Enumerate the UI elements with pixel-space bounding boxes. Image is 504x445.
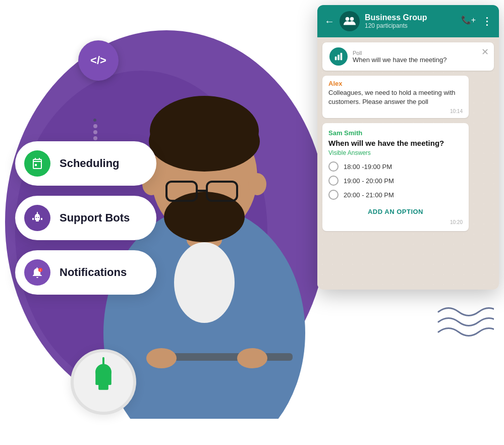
chat-window: ← Business Group 120 participants 📞+ ⋮	[317, 5, 499, 290]
svg-rect-23	[335, 57, 337, 60]
bot-icon	[74, 352, 133, 412]
alex-bubble: Alex Colleagues, we need to hold a meeti…	[322, 76, 469, 118]
back-button[interactable]: ←	[324, 16, 334, 27]
menu-icon[interactable]: ⋮	[482, 15, 492, 27]
header-action-icons: 📞+ ⋮	[461, 15, 492, 27]
poll-radio-2[interactable]	[328, 176, 339, 186]
feature-card-scheduling[interactable]: Scheduling	[15, 141, 156, 186]
poll-radio-1[interactable]	[328, 161, 339, 172]
svg-point-12	[248, 173, 266, 195]
notifications-icon-bg: !	[24, 259, 50, 286]
poll-icon	[329, 47, 348, 66]
alex-text: Colleagues, we need to hold a meeting wi…	[328, 88, 463, 106]
sam-sender: Sam Smith	[328, 129, 463, 137]
notifications-label: Notifications	[60, 266, 127, 279]
sam-poll-bubble: Sam Smith When will we have the meeting?…	[322, 123, 469, 231]
bot-circle	[71, 349, 136, 415]
chat-header-info: Business Group 120 participants	[365, 13, 456, 29]
poll-notification-text: Poll When will we have the meeting?	[353, 50, 487, 64]
group-avatar	[340, 11, 360, 31]
poll-option-2[interactable]: 19:00 - 20:00 PM	[328, 176, 463, 186]
poll-option-3-text: 20:00 - 21:00 PM	[344, 191, 394, 199]
scheduling-label: Scheduling	[60, 157, 120, 170]
wave-decoration	[433, 302, 494, 344]
alex-time: 10:14	[328, 108, 463, 114]
scheduling-icon	[31, 157, 44, 170]
notifications-icon: !	[31, 266, 44, 279]
feature-card-notifications[interactable]: ! Notifications	[15, 250, 156, 295]
svg-point-6	[149, 111, 260, 172]
call-icon[interactable]: 📞+	[461, 15, 476, 27]
poll-question: When will we have the meeting?	[328, 139, 463, 147]
poll-close-button[interactable]: ✕	[481, 46, 489, 58]
poll-label: Poll	[353, 50, 487, 56]
support-bots-icon	[31, 211, 44, 225]
svg-point-16	[237, 348, 267, 368]
poll-option-3[interactable]: 20:00 - 21:00 PM	[328, 190, 463, 200]
poll-option-1-text: 18:00 -19:00 PM	[344, 163, 392, 171]
poll-option-1[interactable]: 18:00 -19:00 PM	[328, 161, 463, 172]
svg-point-13	[174, 242, 235, 323]
scheduling-icon-bg	[24, 150, 50, 177]
svg-rect-24	[338, 54, 340, 60]
support-bots-icon-bg	[24, 205, 50, 231]
svg-text:!: !	[40, 269, 41, 272]
code-icon: </>	[90, 54, 106, 67]
message-alex: Alex Colleagues, we need to hold a meeti…	[322, 76, 494, 118]
message-sam-poll: Sam Smith When will we have the meeting?…	[322, 123, 494, 231]
svg-rect-14	[166, 353, 293, 361]
alex-sender: Alex	[328, 80, 463, 87]
visible-answers: Visible Answers	[328, 149, 463, 156]
chat-body: Poll When will we have the meeting? ✕ Al…	[317, 37, 499, 290]
svg-rect-25	[341, 53, 343, 60]
poll-notification-question: When will we have the meeting?	[353, 56, 487, 64]
svg-point-7	[164, 192, 245, 242]
poll-radio-3[interactable]	[328, 190, 339, 200]
poll-time: 10:20	[328, 219, 463, 225]
feature-card-support-bots[interactable]: Support Bots	[15, 196, 156, 240]
support-bots-label: Support Bots	[60, 211, 130, 225]
svg-point-22	[350, 17, 354, 21]
participants-count: 120 participants	[365, 22, 456, 29]
code-icon-bubble: </>	[78, 40, 119, 81]
group-name: Business Group	[365, 13, 456, 22]
chat-header: ← Business Group 120 participants 📞+ ⋮	[317, 5, 499, 37]
feature-cards-container: Scheduling Support Bots ! Notifications	[15, 141, 156, 295]
poll-notification: Poll When will we have the meeting? ✕	[322, 42, 494, 71]
svg-point-21	[346, 17, 350, 21]
add-option-button[interactable]: ADD AN OPTION	[328, 204, 463, 216]
svg-point-15	[146, 348, 177, 368]
poll-option-2-text: 19:00 - 20:00 PM	[344, 177, 394, 185]
